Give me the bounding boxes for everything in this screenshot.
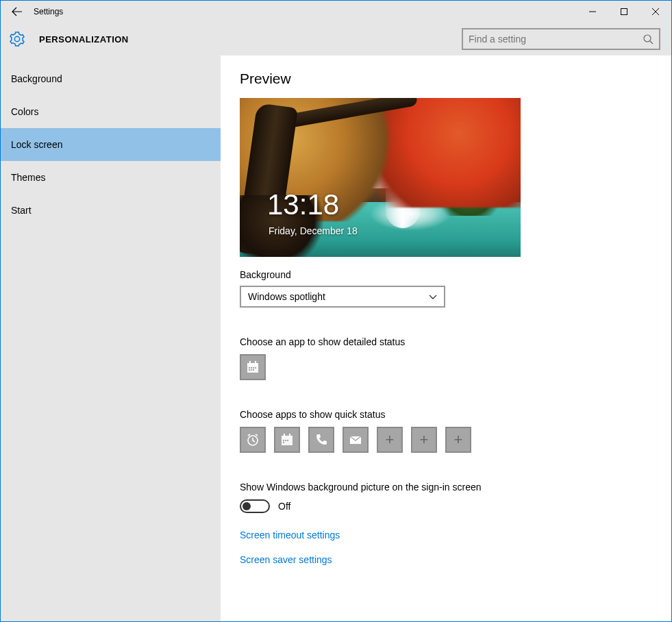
phone-icon <box>314 433 328 447</box>
search-input[interactable] <box>469 34 643 45</box>
signin-toggle-label: Show Windows background picture on the s… <box>240 482 652 493</box>
search-box[interactable] <box>462 28 660 50</box>
quick-status-label: Choose apps to show quick status <box>240 409 652 420</box>
quick-status-tile-alarm[interactable] <box>240 427 266 453</box>
sidebar-item-label: Lock screen <box>11 139 62 150</box>
sidebar: Background Colors Lock screen Themes Sta… <box>1 55 221 621</box>
svg-rect-11 <box>251 369 252 371</box>
main-content: Preview 13:18 Friday, December 18 Backgr… <box>221 55 671 621</box>
calendar-icon <box>246 360 260 374</box>
signin-toggle[interactable] <box>240 499 270 513</box>
titlebar: Settings <box>1 1 671 23</box>
search-icon <box>643 34 654 45</box>
svg-rect-9 <box>255 367 256 369</box>
maximize-icon <box>621 8 627 15</box>
preview-date: Friday, December 18 <box>269 225 358 236</box>
mail-icon <box>349 433 362 447</box>
quick-status-tile-add[interactable]: + <box>445 427 471 453</box>
svg-rect-15 <box>284 434 285 436</box>
section-title: PERSONALIZATION <box>39 34 129 45</box>
svg-rect-10 <box>249 369 250 371</box>
maximize-button[interactable] <box>608 1 640 23</box>
svg-rect-3 <box>247 363 258 366</box>
svg-point-1 <box>644 35 651 42</box>
background-dropdown[interactable]: Windows spotlight <box>240 286 445 308</box>
svg-rect-6 <box>249 367 250 369</box>
header: PERSONALIZATION <box>1 23 671 55</box>
sidebar-item-label: Start <box>11 205 32 216</box>
sidebar-item-themes[interactable]: Themes <box>1 161 221 194</box>
plus-icon: + <box>420 431 429 449</box>
sidebar-item-label: Themes <box>11 172 46 183</box>
detailed-status-app-tile[interactable] <box>240 354 266 380</box>
chevron-down-icon <box>429 293 437 301</box>
calendar-icon <box>280 433 294 447</box>
sidebar-item-label: Background <box>11 73 62 84</box>
screen-saver-link[interactable]: Screen saver settings <box>240 554 652 565</box>
svg-rect-0 <box>621 9 627 15</box>
plus-icon: + <box>386 431 395 449</box>
lockscreen-preview: 13:18 Friday, December 18 <box>240 98 521 257</box>
plus-icon: + <box>454 431 463 449</box>
window-title: Settings <box>34 7 63 16</box>
detailed-status-label: Choose an app to show detailed status <box>240 336 652 347</box>
signin-toggle-state: Off <box>278 501 290 512</box>
svg-rect-16 <box>289 434 290 436</box>
svg-rect-18 <box>285 440 286 441</box>
minimize-button[interactable] <box>577 1 608 23</box>
sidebar-item-background[interactable]: Background <box>1 62 221 95</box>
alarm-icon <box>246 433 260 447</box>
svg-rect-20 <box>283 442 284 443</box>
preview-clock: 13:18 <box>267 188 339 221</box>
quick-status-tile-add[interactable]: + <box>411 427 437 453</box>
sidebar-item-colors[interactable]: Colors <box>1 95 221 128</box>
sidebar-item-start[interactable]: Start <box>1 194 221 227</box>
svg-rect-8 <box>253 367 254 369</box>
preview-heading: Preview <box>240 71 652 87</box>
quick-status-tile-calendar[interactable] <box>274 427 300 453</box>
svg-rect-19 <box>287 440 288 441</box>
close-icon <box>652 8 659 15</box>
back-button[interactable] <box>1 6 34 17</box>
svg-rect-7 <box>251 367 252 369</box>
quick-status-tile-add[interactable]: + <box>377 427 403 453</box>
minimize-icon <box>589 8 596 15</box>
quick-status-tile-phone[interactable] <box>308 427 334 453</box>
dropdown-value: Windows spotlight <box>248 291 429 302</box>
arrow-left-icon <box>12 6 23 17</box>
svg-rect-17 <box>283 440 284 441</box>
svg-rect-4 <box>249 361 251 364</box>
gear-icon <box>9 31 25 47</box>
svg-rect-12 <box>253 369 254 371</box>
sidebar-item-label: Colors <box>11 106 38 117</box>
background-label: Background <box>240 269 652 280</box>
toggle-knob <box>242 502 251 510</box>
sidebar-item-lock-screen[interactable]: Lock screen <box>1 128 221 161</box>
close-button[interactable] <box>640 1 671 23</box>
quick-status-tile-mail[interactable] <box>343 427 369 453</box>
svg-rect-5 <box>255 361 256 364</box>
screen-timeout-link[interactable]: Screen timeout settings <box>240 530 652 540</box>
